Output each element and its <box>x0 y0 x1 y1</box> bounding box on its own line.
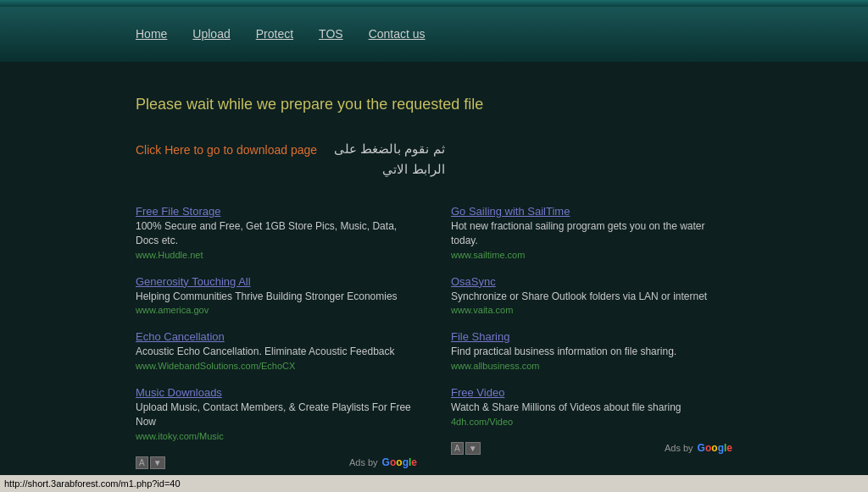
rad-url-2: www.allbusiness.com <box>451 361 732 371</box>
ad-badge-left: A ▼ <box>136 456 165 469</box>
nav-protect[interactable]: Protect <box>256 27 293 41</box>
ad-url-2: www.WidebandSolutions.com/EchoCX <box>136 361 417 371</box>
arabic-line1: ثم نقوم بالضغط على <box>334 139 445 159</box>
download-area: Click Here to go to download page ثم نقو… <box>136 139 732 180</box>
google-logo-left: Google <box>382 456 417 468</box>
google-logo-right: Google <box>698 442 732 454</box>
arabic-line2: الرابط الاتي <box>334 159 445 180</box>
nav-contact[interactable]: Contact us <box>369 27 426 41</box>
ads-section: Free File Storage 100% Secure and Free, … <box>136 205 732 469</box>
ad-url-1: www.america.gov <box>136 305 417 315</box>
ad-desc-2: Acoustic Echo Cancellation. Eliminate Ac… <box>136 345 417 359</box>
rad-url-0: www.sailtime.com <box>451 250 732 260</box>
badge-v-r: ▼ <box>465 442 481 455</box>
ad-url-0: www.Huddle.net <box>136 250 417 260</box>
ad-title-3[interactable]: Music Downloads <box>136 386 417 399</box>
ads-right-column: Go Sailing with SailTime Hot new fractio… <box>451 205 732 469</box>
rad-item-3: Free Video Watch & Share Millions of Vid… <box>451 386 732 427</box>
ads-by-google-right: Ads by Google <box>665 442 732 454</box>
ad-item-2: Echo Cancellation Acoustic Echo Cancella… <box>136 330 417 371</box>
ads-right-footer: A ▼ Ads by Google <box>451 442 732 455</box>
ads-left-footer: A ▼ Ads by Google <box>136 456 417 469</box>
ad-title-0[interactable]: Free File Storage <box>136 205 417 218</box>
rad-title-1[interactable]: OsaSync <box>451 275 732 288</box>
ad-desc-0: 100% Secure and Free, Get 1GB Store Pics… <box>136 219 417 248</box>
rad-item-2: File Sharing Find practical business inf… <box>451 330 732 371</box>
badge-a-r: A <box>451 442 464 455</box>
nav-home[interactable]: Home <box>136 27 167 41</box>
ads-left-column: Free File Storage 100% Secure and Free, … <box>136 205 417 469</box>
rad-url-1: www.vaita.com <box>451 305 732 315</box>
arabic-instruction: ثم نقوم بالضغط على الرابط الاتي <box>334 139 445 180</box>
badge-a: A <box>136 456 148 469</box>
rad-desc-2: Find practical business information on f… <box>451 345 732 359</box>
main-content: Please wait while we prepare you the req… <box>0 62 868 492</box>
ad-desc-1: Helping Communities Thrive Building Stro… <box>136 290 417 304</box>
badge-v: ▼ <box>150 456 165 469</box>
ads-by-label-left: Ads by <box>349 457 378 467</box>
rad-item-1: OsaSync Synchronize or Share Outlook fol… <box>451 275 732 316</box>
rad-title-2[interactable]: File Sharing <box>451 330 732 343</box>
ad-url-3: www.itoky.com/Music <box>136 431 417 441</box>
ad-item-0: Free File Storage 100% Secure and Free, … <box>136 205 417 260</box>
status-url: http://short.3arabforest.com/m1.php?id=4… <box>4 478 181 489</box>
rad-title-0[interactable]: Go Sailing with SailTime <box>451 205 732 218</box>
page-title: Please wait while we prepare you the req… <box>136 96 732 113</box>
rad-url-3: 4dh.com/Video <box>451 417 732 427</box>
status-bar: http://short.3arabforest.com/m1.php?id=4… <box>0 475 868 492</box>
ad-title-2[interactable]: Echo Cancellation <box>136 330 417 343</box>
download-link[interactable]: Click Here to go to download page <box>136 143 317 157</box>
ad-item-1: Generosity Touching All Helping Communit… <box>136 275 417 316</box>
nav-upload[interactable]: Upload <box>192 27 230 41</box>
rad-desc-0: Hot new fractional sailing program gets … <box>451 219 732 248</box>
nav-bar: Home Upload Protect TOS Contact us <box>0 7 868 62</box>
nav-tos[interactable]: TOS <box>319 27 343 41</box>
rad-item-0: Go Sailing with SailTime Hot new fractio… <box>451 205 732 260</box>
rad-desc-3: Watch & Share Millions of Videos about f… <box>451 401 732 415</box>
ad-badge-right: A ▼ <box>451 442 481 455</box>
top-bar <box>0 0 868 7</box>
ads-by-label-right: Ads by <box>665 443 693 453</box>
ad-desc-3: Upload Music, Contact Members, & Create … <box>136 401 417 429</box>
ad-item-3: Music Downloads Upload Music, Contact Me… <box>136 386 417 441</box>
ads-by-google-left: Ads by Google <box>349 456 417 468</box>
rad-desc-1: Synchronize or Share Outlook folders via… <box>451 290 732 304</box>
rad-title-3[interactable]: Free Video <box>451 386 732 399</box>
ad-title-1[interactable]: Generosity Touching All <box>136 275 417 288</box>
